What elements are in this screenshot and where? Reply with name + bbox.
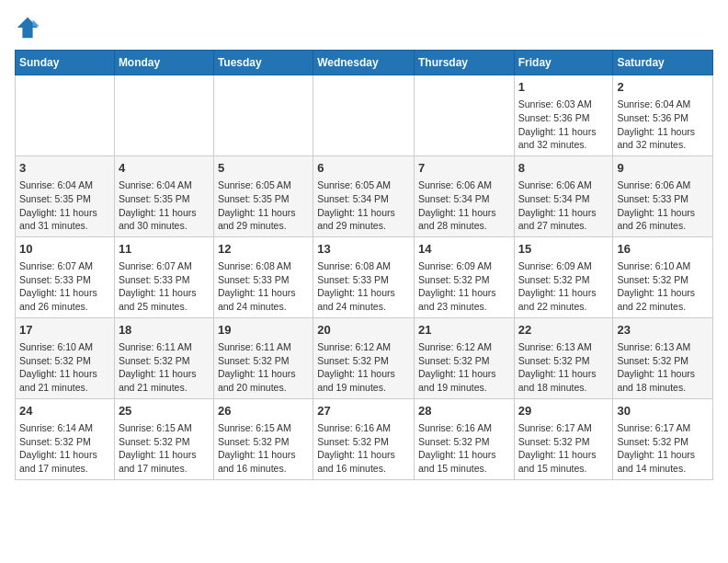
day-info: Sunset: 5:33 PM	[617, 192, 709, 206]
day-info: Daylight: 11 hours and 25 minutes.	[119, 286, 210, 313]
svg-marker-0	[17, 17, 38, 38]
day-info: Sunrise: 6:09 AM	[518, 259, 609, 273]
day-number: 15	[518, 241, 609, 258]
day-number: 8	[518, 160, 609, 177]
calendar-cell: 27Sunrise: 6:16 AMSunset: 5:32 PMDayligh…	[313, 398, 415, 479]
day-info: Sunrise: 6:04 AM	[19, 178, 110, 192]
day-info: Sunrise: 6:08 AM	[218, 259, 309, 273]
day-number: 6	[317, 160, 410, 177]
day-number: 21	[418, 322, 510, 339]
week-row-2: 3Sunrise: 6:04 AMSunset: 5:35 PMDaylight…	[16, 155, 713, 236]
day-info: Sunset: 5:33 PM	[317, 273, 410, 287]
week-row-1: 1Sunrise: 6:03 AMSunset: 5:36 PMDaylight…	[16, 75, 713, 156]
day-number: 16	[617, 241, 709, 258]
day-info: Sunrise: 6:10 AM	[19, 340, 110, 354]
day-info: Daylight: 11 hours and 29 minutes.	[317, 206, 410, 233]
day-info: Sunset: 5:36 PM	[518, 111, 609, 125]
day-info: Daylight: 11 hours and 29 minutes.	[218, 206, 309, 233]
day-info: Daylight: 11 hours and 21 minutes.	[19, 367, 110, 394]
day-number: 25	[119, 403, 210, 419]
day-number: 19	[218, 322, 309, 339]
calendar-cell: 22Sunrise: 6:13 AMSunset: 5:32 PMDayligh…	[514, 317, 613, 398]
calendar-cell: 4Sunrise: 6:04 AMSunset: 5:35 PMDaylight…	[114, 155, 213, 236]
day-info: Sunrise: 6:12 AM	[317, 340, 410, 354]
calendar-cell: 15Sunrise: 6:09 AMSunset: 5:32 PMDayligh…	[514, 236, 613, 317]
day-info: Sunset: 5:32 PM	[518, 273, 609, 287]
calendar-cell: 30Sunrise: 6:17 AMSunset: 5:32 PMDayligh…	[613, 398, 713, 479]
day-info: Sunrise: 6:08 AM	[317, 259, 410, 273]
day-info: Daylight: 11 hours and 21 minutes.	[119, 367, 210, 394]
day-info: Daylight: 11 hours and 32 minutes.	[518, 125, 609, 152]
day-info: Sunrise: 6:16 AM	[418, 421, 510, 435]
day-info: Daylight: 11 hours and 23 minutes.	[418, 286, 510, 313]
calendar-cell: 25Sunrise: 6:15 AMSunset: 5:32 PMDayligh…	[114, 398, 213, 479]
day-info: Daylight: 11 hours and 24 minutes.	[317, 286, 410, 313]
day-info: Sunset: 5:32 PM	[617, 354, 709, 368]
day-info: Daylight: 11 hours and 16 minutes.	[218, 448, 309, 475]
calendar-cell: 2Sunrise: 6:04 AMSunset: 5:36 PMDaylight…	[613, 75, 713, 156]
day-info: Sunset: 5:35 PM	[19, 192, 110, 206]
header-day-saturday: Saturday	[613, 51, 713, 75]
day-number: 18	[119, 322, 210, 339]
day-info: Sunset: 5:32 PM	[218, 354, 309, 368]
logo-icon	[15, 15, 40, 40]
calendar-table: SundayMondayTuesdayWednesdayThursdayFrid…	[15, 50, 713, 480]
week-row-3: 10Sunrise: 6:07 AMSunset: 5:33 PMDayligh…	[16, 236, 713, 317]
day-info: Sunrise: 6:06 AM	[418, 178, 510, 192]
day-info: Sunset: 5:32 PM	[119, 435, 210, 449]
header-day-wednesday: Wednesday	[313, 51, 415, 75]
day-info: Daylight: 11 hours and 14 minutes.	[617, 448, 709, 475]
week-row-5: 24Sunrise: 6:14 AMSunset: 5:32 PMDayligh…	[16, 398, 713, 479]
day-info: Sunrise: 6:16 AM	[317, 421, 410, 435]
day-info: Sunrise: 6:05 AM	[218, 178, 309, 192]
day-info: Sunrise: 6:17 AM	[617, 421, 709, 435]
day-info: Sunset: 5:33 PM	[19, 273, 110, 287]
calendar-cell: 9Sunrise: 6:06 AMSunset: 5:33 PMDaylight…	[613, 155, 713, 236]
day-info: Sunset: 5:32 PM	[317, 354, 410, 368]
calendar-cell	[414, 75, 514, 156]
header-day-sunday: Sunday	[16, 51, 115, 75]
day-info: Daylight: 11 hours and 19 minutes.	[418, 367, 510, 394]
calendar-cell: 17Sunrise: 6:10 AMSunset: 5:32 PMDayligh…	[16, 317, 115, 398]
day-info: Sunset: 5:32 PM	[418, 354, 510, 368]
day-number: 14	[418, 241, 510, 258]
day-number: 5	[218, 160, 309, 177]
calendar-cell: 11Sunrise: 6:07 AMSunset: 5:33 PMDayligh…	[114, 236, 213, 317]
calendar-cell: 26Sunrise: 6:15 AMSunset: 5:32 PMDayligh…	[213, 398, 313, 479]
day-info: Daylight: 11 hours and 27 minutes.	[518, 206, 609, 233]
day-info: Sunset: 5:36 PM	[617, 111, 709, 125]
day-number: 11	[119, 241, 210, 258]
day-info: Sunset: 5:32 PM	[518, 354, 609, 368]
day-info: Daylight: 11 hours and 19 minutes.	[317, 367, 410, 394]
day-info: Daylight: 11 hours and 20 minutes.	[218, 367, 309, 394]
day-info: Sunrise: 6:09 AM	[418, 259, 510, 273]
day-number: 26	[218, 403, 309, 419]
calendar-cell: 28Sunrise: 6:16 AMSunset: 5:32 PMDayligh…	[414, 398, 514, 479]
day-info: Sunrise: 6:07 AM	[19, 259, 110, 273]
logo	[15, 15, 44, 40]
calendar-cell: 21Sunrise: 6:12 AMSunset: 5:32 PMDayligh…	[414, 317, 514, 398]
day-info: Sunset: 5:32 PM	[19, 435, 110, 449]
day-info: Sunrise: 6:11 AM	[119, 340, 210, 354]
day-number: 13	[317, 241, 410, 258]
day-info: Sunset: 5:32 PM	[218, 435, 309, 449]
day-info: Sunset: 5:34 PM	[518, 192, 609, 206]
header-day-thursday: Thursday	[414, 51, 514, 75]
day-info: Daylight: 11 hours and 18 minutes.	[518, 367, 609, 394]
day-info: Sunset: 5:32 PM	[518, 435, 609, 449]
day-info: Sunset: 5:35 PM	[119, 192, 210, 206]
day-number: 9	[617, 160, 709, 177]
day-info: Daylight: 11 hours and 15 minutes.	[518, 448, 609, 475]
day-info: Sunset: 5:32 PM	[19, 354, 110, 368]
day-info: Sunrise: 6:12 AM	[418, 340, 510, 354]
day-info: Sunrise: 6:11 AM	[218, 340, 309, 354]
day-info: Sunrise: 6:03 AM	[518, 98, 609, 111]
day-info: Daylight: 11 hours and 26 minutes.	[19, 286, 110, 313]
day-info: Sunrise: 6:13 AM	[518, 340, 609, 354]
day-info: Sunrise: 6:04 AM	[119, 178, 210, 192]
day-info: Daylight: 11 hours and 18 minutes.	[617, 367, 709, 394]
calendar-cell: 16Sunrise: 6:10 AMSunset: 5:32 PMDayligh…	[613, 236, 713, 317]
calendar-cell: 20Sunrise: 6:12 AMSunset: 5:32 PMDayligh…	[313, 317, 415, 398]
calendar-cell: 6Sunrise: 6:05 AMSunset: 5:34 PMDaylight…	[313, 155, 415, 236]
day-info: Daylight: 11 hours and 32 minutes.	[617, 125, 709, 152]
